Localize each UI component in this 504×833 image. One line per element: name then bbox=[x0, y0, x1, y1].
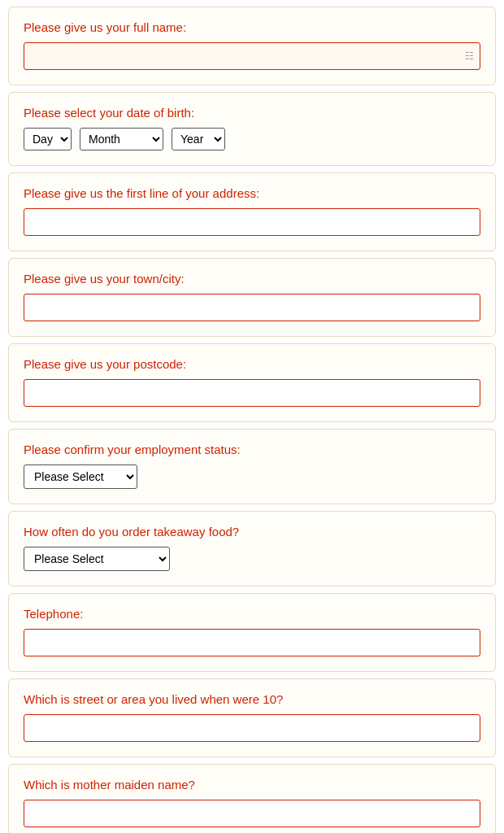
telephone-section: Telephone: bbox=[8, 593, 496, 672]
town-label: Please give us your town/city: bbox=[24, 272, 480, 286]
dob-month-select[interactable]: Month JanuaryFebruaryMarchApril MayJuneJ… bbox=[80, 128, 163, 150]
postcode-section: Please give us your postcode: bbox=[8, 343, 496, 422]
takeaway-section: How often do you order takeaway food? Pl… bbox=[8, 511, 496, 587]
full-name-label: Please give us your full name: bbox=[24, 20, 480, 34]
maiden-name-input[interactable] bbox=[24, 800, 480, 827]
employment-label: Please confirm your employment status: bbox=[24, 443, 480, 456]
employment-section: Please confirm your employment status: P… bbox=[8, 429, 496, 504]
dob-year-select[interactable]: Year 2024202320102000 199019801970196019… bbox=[172, 128, 225, 150]
town-section: Please give us your town/city: bbox=[8, 258, 496, 337]
dob-section: Please select your date of birth: Day 12… bbox=[8, 92, 496, 166]
telephone-label: Telephone: bbox=[24, 607, 480, 621]
takeaway-label: How often do you order takeaway food? bbox=[24, 525, 480, 539]
address-section: Please give us the first line of your ad… bbox=[8, 172, 496, 251]
dob-day-select[interactable]: Day 12345 678910 1112131415 1617181920 2… bbox=[24, 128, 72, 150]
dob-row: Day 12345 678910 1112131415 1617181920 2… bbox=[24, 128, 480, 150]
street-at-10-label: Which is street or area you lived when w… bbox=[24, 692, 480, 706]
postcode-label: Please give us your postcode: bbox=[24, 357, 480, 371]
takeaway-select[interactable]: Please Select Never Once a month Once a … bbox=[24, 547, 170, 571]
address-input[interactable] bbox=[24, 208, 480, 236]
street-at-10-input[interactable] bbox=[24, 714, 480, 742]
address-label: Please give us the first line of your ad… bbox=[24, 186, 480, 200]
full-name-section: Please give us your full name: ☷ bbox=[8, 7, 496, 85]
full-name-input[interactable] bbox=[24, 42, 480, 70]
maiden-name-label: Which is mother maiden name? bbox=[24, 778, 480, 792]
maiden-name-section: Which is mother maiden name? bbox=[8, 764, 496, 833]
postcode-input[interactable] bbox=[24, 379, 480, 407]
town-input[interactable] bbox=[24, 294, 480, 321]
employment-select[interactable]: Please Select Employed Self-Employed Une… bbox=[24, 464, 137, 489]
dob-label: Please select your date of birth: bbox=[24, 106, 480, 120]
telephone-input[interactable] bbox=[24, 629, 480, 656]
street-at-10-section: Which is street or area you lived when w… bbox=[8, 678, 496, 757]
full-name-input-wrapper: ☷ bbox=[24, 42, 480, 70]
input-icon: ☷ bbox=[465, 50, 474, 62]
